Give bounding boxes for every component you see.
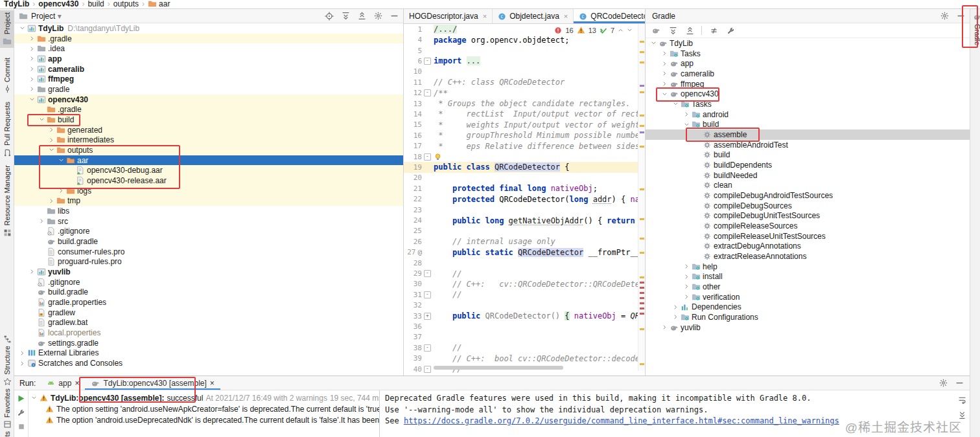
stripe-mark[interactable] xyxy=(640,292,644,294)
tree-row-TdyLib[interactable]: TdyLibD:\tangdanyu\TdyLib xyxy=(14,23,403,34)
fold-marker[interactable]: - xyxy=(424,270,431,277)
stripe-tab-structure[interactable]: Structure xyxy=(0,333,14,377)
stripe-tab-resource-manager[interactable]: Resource Manager xyxy=(0,163,14,239)
chevron-right-icon[interactable] xyxy=(18,350,26,356)
breadcrumb-item-outputs[interactable]: outputs xyxy=(113,0,139,8)
tree-row-build[interactable]: build xyxy=(646,150,970,160)
tree-row-help[interactable]: help xyxy=(646,262,970,272)
run-warning-row[interactable]: The option setting 'android.useNewApkCre… xyxy=(29,403,379,414)
chevron-down-icon[interactable] xyxy=(671,101,679,107)
stripe-mark[interactable] xyxy=(640,238,644,240)
tree-row-.idea[interactable]: .idea xyxy=(14,43,403,54)
stripe-tab-commit[interactable]: Commit xyxy=(0,56,14,95)
next-issue-button[interactable] xyxy=(627,27,633,33)
locate-button[interactable] xyxy=(324,11,334,21)
tree-row-cameralib[interactable]: cameralib xyxy=(14,64,403,74)
tree-row-Tasks[interactable]: Tasks xyxy=(646,99,970,109)
tree-row-tmp[interactable]: tmp xyxy=(14,196,403,206)
fold-marker[interactable]: - xyxy=(424,366,431,373)
chevron-down-icon[interactable] xyxy=(31,395,37,401)
gradle-doc-link[interactable]: https://docs.gradle.org/7.0.2/userguide/… xyxy=(404,416,839,425)
tree-row-ffmpeg[interactable]: ffmpeg xyxy=(646,79,970,89)
run-hide-button[interactable] xyxy=(954,378,964,388)
tree-row-External-Libraries[interactable]: External Libraries xyxy=(14,348,403,359)
soft-wrap-button[interactable] xyxy=(957,394,967,405)
chevron-right-icon[interactable] xyxy=(47,137,55,143)
run-tab-TdyLib-opencv430-assemble-[interactable]: TdyLib:opencv430 [assemble]× xyxy=(85,376,220,390)
chevron-down-icon[interactable] xyxy=(57,157,65,163)
stripe-mark[interactable] xyxy=(640,302,644,304)
chevron-down-icon[interactable] xyxy=(28,96,36,102)
tree-row-assembleAndroidTest[interactable]: assembleAndroidTest xyxy=(646,140,970,150)
fold-marker[interactable]: - xyxy=(424,58,431,65)
breadcrumb-item-opencv430[interactable]: opencv430 xyxy=(38,0,78,8)
tree-row-.gitignore[interactable]: .gitignore xyxy=(14,277,403,287)
stripe-mark[interactable] xyxy=(640,218,644,220)
tree-row-.gradle[interactable]: .gradle xyxy=(14,104,403,115)
fold-marker[interactable]: - xyxy=(424,89,431,96)
chevron-down-icon[interactable] xyxy=(649,40,657,46)
tree-row-compileDebugUnitTestSources[interactable]: compileDebugUnitTestSources xyxy=(646,210,970,221)
stripe-tab-favorites[interactable]: Favorites xyxy=(0,375,14,420)
tree-row-consumer-rules.pro[interactable]: consumer-rules.pro xyxy=(14,247,403,257)
chevron-down-icon[interactable] xyxy=(660,91,668,97)
chevron-down-icon[interactable] xyxy=(682,122,690,128)
intention-bulb-icon[interactable] xyxy=(434,153,442,161)
chevron-right-icon[interactable] xyxy=(38,218,45,224)
tree-row-local.properties[interactable]: local.properties xyxy=(14,328,403,338)
tree-row-src[interactable]: src xyxy=(14,216,403,227)
run-stop-button[interactable] xyxy=(16,421,27,432)
stripe-mark[interactable] xyxy=(640,62,644,63)
stripe-mark[interactable] xyxy=(640,282,644,284)
chevron-right-icon[interactable] xyxy=(660,324,668,330)
chevron-right-icon[interactable] xyxy=(682,111,690,117)
chevron-right-icon[interactable] xyxy=(660,71,668,76)
chevron-right-icon[interactable] xyxy=(28,76,36,82)
tree-row-compileDebugAndroidTestSources[interactable]: compileDebugAndroidTestSources xyxy=(646,190,970,201)
stripe-mark[interactable] xyxy=(640,328,644,330)
tree-row-yuvlib[interactable]: yuvlib xyxy=(14,267,403,277)
tree-row-build[interactable]: build xyxy=(646,119,970,129)
chevron-down-icon[interactable] xyxy=(47,147,55,153)
chevron-right-icon[interactable] xyxy=(682,274,690,280)
tree-row-Scratches-and-Consoles[interactable]: xScratches and Consoles xyxy=(14,358,403,368)
run-result-row[interactable]: TdyLib:opencv430 [assemble]: successful … xyxy=(29,392,379,403)
tree-row-opencv430[interactable]: opencv430 xyxy=(646,89,970,99)
tree-row-build[interactable]: build xyxy=(14,115,403,125)
breadcrumb-item-build[interactable]: build xyxy=(88,0,104,8)
chevron-down-icon[interactable] xyxy=(38,117,45,122)
tree-row-proguard-rules.pro[interactable]: proguard-rules.pro xyxy=(14,256,403,267)
tree-row-gradle.properties[interactable]: gradle.properties xyxy=(14,297,403,308)
scroll-end-button[interactable] xyxy=(957,410,967,420)
collapse-all-button[interactable] xyxy=(356,11,367,21)
prev-issue-button[interactable] xyxy=(618,27,624,33)
stripe-mark[interactable] xyxy=(640,252,644,254)
tree-row-Run-Configurations[interactable]: Run Configurations xyxy=(646,312,970,322)
settings-button[interactable] xyxy=(373,11,383,21)
stripe-mark[interactable] xyxy=(640,85,644,87)
chevron-right-icon[interactable] xyxy=(28,269,36,275)
tree-row-compileDebugSources[interactable]: compileDebugSources xyxy=(646,201,970,211)
breadcrumb-item-aar[interactable]: aar xyxy=(148,0,170,8)
chevron-right-icon[interactable] xyxy=(682,294,690,300)
tree-row-compileReleaseUnitTestSources[interactable]: compileReleaseUnitTestSources xyxy=(646,231,970,241)
fold-marker[interactable]: - xyxy=(424,153,431,161)
stripe-tab-pull-requests[interactable]: Pull Requests xyxy=(0,100,14,159)
stripe-mark[interactable] xyxy=(640,363,644,365)
tree-row-libs[interactable]: libs xyxy=(14,206,403,216)
tree-row-yuvlib[interactable]: yuvlib xyxy=(646,322,970,333)
tree-row-.gitignore[interactable]: .gitignore xyxy=(14,226,403,236)
tree-row-outputs[interactable]: outputs xyxy=(14,145,403,155)
tree-row-assemble[interactable]: assemble xyxy=(646,129,970,140)
tree-row-gradle[interactable]: gradle xyxy=(14,84,403,95)
tree-row-build.gradle[interactable]: build.gradle xyxy=(14,236,403,247)
tree-row-other[interactable]: other xyxy=(646,282,970,292)
close-icon[interactable]: × xyxy=(564,12,568,20)
chevron-right-icon[interactable] xyxy=(57,188,65,194)
chevron-right-icon[interactable] xyxy=(18,361,26,366)
tree-row-android[interactable]: android xyxy=(646,109,970,120)
chevron-right-icon[interactable] xyxy=(682,263,690,269)
stripe-mark[interactable] xyxy=(640,313,644,315)
tree-row-logs[interactable]: logs xyxy=(14,186,403,196)
tree-row-gradlew.bat[interactable]: gradlew.bat xyxy=(14,317,403,328)
